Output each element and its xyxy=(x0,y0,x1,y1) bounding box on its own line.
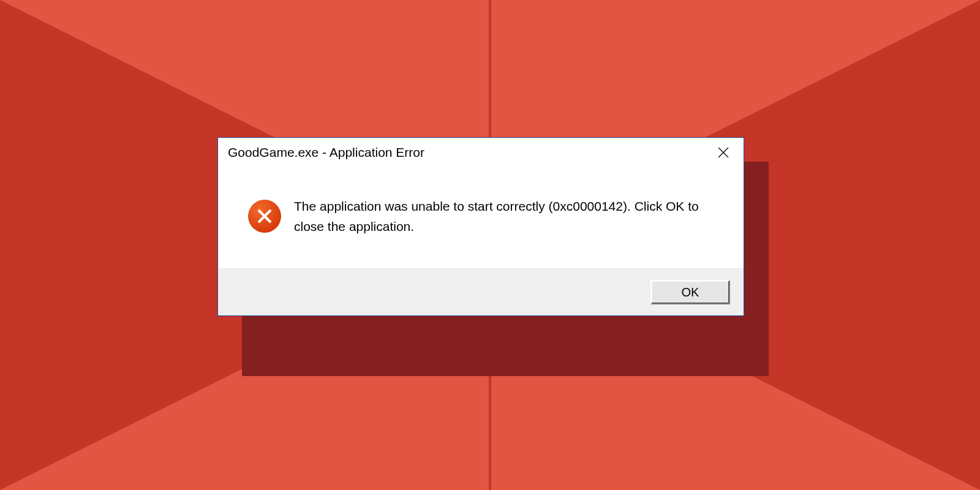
dialog-title: GoodGame.exe - Application Error xyxy=(228,145,424,160)
dialog-footer: OK xyxy=(218,268,744,315)
error-message: The application was unable to start corr… xyxy=(294,197,707,236)
dialog-body: The application was unable to start corr… xyxy=(218,167,744,268)
titlebar: GoodGame.exe - Application Error xyxy=(218,138,744,167)
close-icon xyxy=(718,147,729,158)
error-icon xyxy=(247,199,282,233)
error-dialog: GoodGame.exe - Application Error xyxy=(217,137,744,316)
ok-button[interactable]: OK xyxy=(650,280,730,304)
background: GoodGame.exe - Application Error xyxy=(0,0,980,490)
close-button[interactable] xyxy=(706,139,741,166)
